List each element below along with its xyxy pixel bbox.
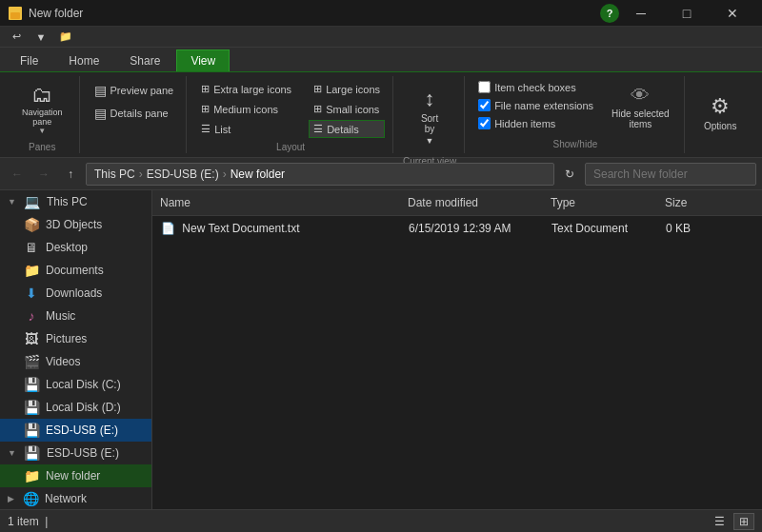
path-segment-thispc[interactable]: This PC — [94, 167, 135, 181]
details-view-button[interactable]: ⊞ — [733, 513, 754, 530]
show-hide-label: Show/hide — [553, 139, 598, 149]
sidebar-item-desktop[interactable]: 🖥 Desktop — [0, 236, 151, 259]
item-check-boxes-input[interactable] — [478, 81, 491, 93]
list-view-button[interactable]: ☰ — [709, 513, 730, 530]
tab-view[interactable]: View — [176, 49, 230, 71]
forward-button[interactable]: → — [32, 163, 55, 186]
sidebar-item-esd-usb[interactable]: 💾 ESD-USB (E:) — [0, 419, 151, 442]
sidebar-item-music[interactable]: ♪ Music — [0, 305, 151, 327]
nav-pane-content: 🗂 Navigationpane ▼ — [13, 80, 71, 138]
expand-arrow-this-pc: ▼ — [8, 197, 16, 207]
col-header-modified[interactable]: Date modified — [400, 194, 543, 211]
sidebar-item-local-disk-c[interactable]: 💾 Local Disk (C:) — [0, 373, 151, 396]
address-path[interactable]: This PC › ESD-USB (E:) › New folder — [86, 163, 554, 186]
panes-label: Panes — [29, 142, 55, 152]
up-button[interactable]: ↑ — [59, 163, 82, 186]
videos-icon: 🎬 — [23, 354, 40, 369]
sidebar-item-this-pc[interactable]: ▼ 💻 This PC — [0, 190, 151, 213]
search-input[interactable] — [585, 163, 756, 186]
expand-arrow-network: ▶ — [8, 494, 14, 503]
col-header-name[interactable]: Name — [152, 194, 400, 211]
help-button[interactable]: ? — [600, 4, 619, 23]
show-hide-controls: Item check boxes File name extensions Hi… — [474, 80, 676, 134]
sidebar-item-esd-usb-tree[interactable]: ▼ 💾 ESD-USB (E:) — [0, 442, 151, 464]
hidden-items-checkbox[interactable]: Hidden items — [474, 116, 597, 130]
tab-share[interactable]: Share — [115, 49, 174, 71]
layout-col-1: ⊞Extra large icons ⊞Medium icons ☰List — [196, 80, 296, 138]
list-button[interactable]: ☰List — [196, 120, 296, 138]
options-button[interactable]: ⚙ Options — [694, 89, 747, 136]
quick-access-toolbar: ↩ ▼ 📁 — [0, 27, 762, 48]
qa-dropdown-button[interactable]: ▼ — [30, 28, 51, 47]
panes-content: ▤ Preview pane ▤ Details pane — [90, 80, 179, 146]
back-button[interactable]: ← — [6, 163, 29, 186]
local-disk-d-icon: 💾 — [23, 400, 40, 415]
extra-large-icons-button[interactable]: ⊞Extra large icons — [196, 80, 296, 98]
ribbon-group-show-hide: Item check boxes File name extensions Hi… — [467, 76, 685, 153]
sort-by-button[interactable]: ↕ Sort by ▼ — [411, 80, 449, 152]
large-icons-button[interactable]: ⊞Large icons — [309, 80, 385, 98]
path-segment-newfolder[interactable]: New folder — [231, 167, 285, 181]
details-pane-button[interactable]: ▤ Details pane — [90, 103, 173, 124]
details-button[interactable]: ☰Details — [309, 120, 385, 138]
navigation-pane-button[interactable]: 🗂 Navigationpane ▼ — [13, 80, 71, 138]
status-text: 1 item | — [8, 515, 48, 528]
esd-usb-tree-icon: 💾 — [24, 445, 41, 461]
sort-content: ↕ Sort by ▼ — [411, 80, 449, 152]
ribbon-group-panes: ▤ Preview pane ▤ Details pane — [82, 76, 188, 153]
esd-usb-icon: 💾 — [23, 423, 40, 438]
hidden-items-input[interactable] — [478, 117, 491, 129]
sidebar-item-new-folder[interactable]: 📁 New folder — [0, 464, 151, 487]
sidebar-item-downloads[interactable]: ⬇ Downloads — [0, 282, 151, 305]
checkboxes-container: Item check boxes File name extensions Hi… — [474, 80, 597, 130]
status-bar: 1 item | ☰ ⊞ — [0, 509, 762, 532]
svg-rect-1 — [10, 12, 20, 19]
network-icon: 🌐 — [22, 491, 39, 506]
file-list: 📄 New Text Document.txt 6/15/2019 12:39 … — [152, 216, 762, 509]
item-check-boxes-checkbox[interactable]: Item check boxes — [474, 80, 597, 94]
ribbon-group-current-view: ↕ Sort by ▼ Current view — [395, 76, 465, 153]
maximize-button[interactable]: □ — [665, 0, 709, 27]
status-views: ☰ ⊞ — [709, 513, 754, 530]
file-modified-cell: 6/15/2019 12:39 AM — [401, 220, 544, 237]
ribbon-tabs: File Home Share View — [0, 48, 762, 72]
sidebar-item-local-disk-d[interactable]: 💾 Local Disk (D:) — [0, 396, 151, 419]
layout-col-2: ⊞Large icons ⊞Small icons ☰Details — [309, 80, 385, 138]
file-name-extensions-input[interactable] — [478, 99, 491, 111]
3d-objects-icon: 📦 — [23, 217, 40, 232]
local-disk-c-icon: 💾 — [23, 377, 40, 392]
qa-back-button[interactable]: ↩ — [6, 28, 27, 47]
sidebar-item-videos[interactable]: 🎬 Videos — [0, 350, 151, 373]
file-icon: 📄 — [161, 222, 175, 235]
downloads-icon: ⬇ — [23, 286, 40, 301]
file-name-extensions-checkbox[interactable]: File name extensions — [474, 98, 597, 112]
minimize-button[interactable]: ─ — [619, 0, 663, 27]
address-bar: ← → ↑ This PC › ESD-USB (E:) › New folde… — [0, 158, 762, 190]
sidebar-item-network[interactable]: ▶ 🌐 Network — [0, 487, 151, 509]
medium-icons-button[interactable]: ⊞Medium icons — [196, 100, 296, 118]
col-header-type[interactable]: Type — [543, 194, 657, 211]
hide-selected-button[interactable]: 👁 Hide selected items — [605, 80, 676, 134]
ribbon-group-nav-pane: 🗂 Navigationpane ▼ Panes — [6, 76, 80, 153]
qa-new-folder-button[interactable]: 📁 — [55, 28, 76, 47]
layout-label: Layout — [276, 142, 305, 152]
sidebar-item-pictures[interactable]: 🖼 Pictures — [0, 327, 151, 350]
main-area: ▼ 💻 This PC 📦 3D Objects 🖥 Desktop 📁 Doc… — [0, 190, 762, 509]
sidebar-item-3d-objects[interactable]: 📦 3D Objects — [0, 213, 151, 236]
close-button[interactable]: ✕ — [711, 0, 754, 27]
small-icons-button[interactable]: ⊞Small icons — [309, 100, 385, 118]
sidebar-item-documents[interactable]: 📁 Documents — [0, 259, 151, 282]
path-segment-esdusbdrive[interactable]: ESD-USB (E:) — [147, 167, 219, 181]
col-header-size[interactable]: Size — [657, 194, 733, 211]
preview-pane-button[interactable]: ▤ Preview pane — [90, 80, 179, 101]
file-area: Name Date modified Type Size 📄 New Text … — [152, 190, 762, 509]
tab-file[interactable]: File — [6, 49, 52, 71]
window-controls: ─ □ ✕ — [619, 0, 754, 27]
table-row[interactable]: 📄 New Text Document.txt 6/15/2019 12:39 … — [152, 216, 762, 241]
this-pc-icon: 💻 — [24, 194, 41, 209]
refresh-button[interactable]: ↻ — [558, 163, 581, 186]
tab-home[interactable]: Home — [54, 49, 113, 71]
window-icon — [8, 6, 23, 21]
file-name-cell: 📄 New Text Document.txt — [153, 220, 401, 237]
music-icon: ♪ — [23, 308, 40, 324]
